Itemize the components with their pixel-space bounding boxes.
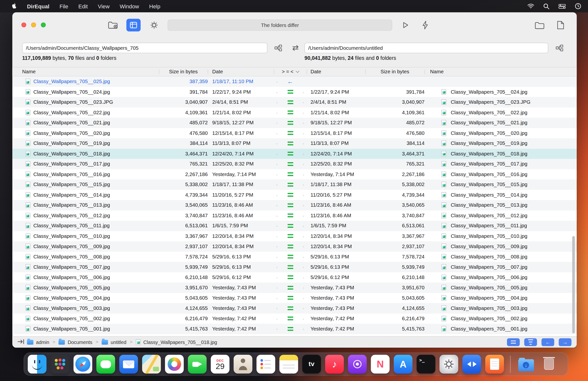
dock-podcasts-icon[interactable] <box>348 355 367 373</box>
auto-compare-bolt-button[interactable] <box>422 20 429 30</box>
header-comparison[interactable]: > = < <box>274 69 307 75</box>
dock-finder-icon[interactable] <box>28 355 46 373</box>
dock-news-icon[interactable]: N <box>371 355 389 373</box>
menu-help[interactable]: Help <box>149 3 161 9</box>
breadcrumb-documents[interactable]: Documents <box>68 339 92 345</box>
dock-appletv-icon[interactable]: tv <box>302 355 321 373</box>
open-folder-button[interactable] <box>535 21 545 30</box>
dock-appstore-icon[interactable]: A <box>394 355 412 373</box>
filter-button[interactable] <box>524 338 537 346</box>
table-row[interactable]: Classy_Wallpapers_705__019.jpg 384,114 1… <box>12 138 577 149</box>
left-file-name: Classy_Wallpapers_705__003.jpg <box>33 305 159 311</box>
dock-terminal-icon[interactable]: >_ <box>417 355 435 373</box>
breadcrumb-selected-file[interactable]: Classy_Wallpapers_705__018.jpg <box>143 339 217 345</box>
table-row[interactable]: Classy_Wallpapers_705__016.jpg 2,267,186… <box>12 169 577 179</box>
file-icon <box>441 99 446 105</box>
menu-window[interactable]: Window <box>120 3 139 9</box>
table-row[interactable]: Classy_Wallpapers_705__018.jpg 3,464,371… <box>12 149 577 159</box>
app-menu-title[interactable]: DirEqual <box>27 3 49 9</box>
vertical-scrollbar[interactable] <box>572 236 575 333</box>
left-browse-tree-button[interactable] <box>273 43 284 53</box>
table-row[interactable]: Classy_Wallpapers_705__020.jpg 476,580 1… <box>12 128 577 138</box>
minimize-button[interactable] <box>31 22 36 27</box>
menu-file[interactable]: File <box>59 3 68 9</box>
dock-facetime-icon[interactable] <box>188 355 207 373</box>
apple-menu-icon[interactable] <box>11 3 17 10</box>
compare-folders-button[interactable] <box>108 21 118 29</box>
dock-launchpad-icon[interactable] <box>51 355 69 373</box>
dock-direqual-icon[interactable] <box>462 355 481 373</box>
dock-downloads-icon[interactable]: ↓ <box>517 355 535 373</box>
forward-button[interactable]: → <box>559 338 571 346</box>
table-row[interactable]: Classy_Wallpapers_705__024.jpg 391,784 1… <box>12 87 577 97</box>
left-path-input[interactable] <box>22 43 267 53</box>
right-path-input[interactable] <box>305 43 548 53</box>
header-left-name[interactable]: Name <box>22 69 159 75</box>
table-row[interactable]: Classy_Wallpapers_705__004.jpg 5,043,605… <box>12 293 577 303</box>
dock-music-icon[interactable]: ♪ <box>325 355 344 373</box>
dock-mail-icon[interactable] <box>119 355 138 373</box>
left-file-date: Yesterday, 7:43 PM <box>208 285 274 290</box>
close-button[interactable] <box>21 22 26 27</box>
table-row[interactable]: Classy_Wallpapers_705__012.jpg 3,740,847… <box>12 210 577 221</box>
table-row[interactable]: Classy_Wallpapers_705__013.jpg 3,540,065… <box>12 200 577 210</box>
right-file-size: 3,951,670 <box>365 285 424 290</box>
dock-notes-icon[interactable] <box>279 355 298 373</box>
header-left-date[interactable]: Date <box>208 69 274 75</box>
dock-trash-icon[interactable] <box>539 355 558 373</box>
search-icon[interactable] <box>543 3 549 9</box>
dock-safari-icon[interactable] <box>73 355 92 373</box>
left-file-date: 1/18/17, 11:38 PM <box>208 182 274 187</box>
table-row[interactable]: Classy_Wallpapers_705__008.jpg 7,578,724… <box>12 251 577 262</box>
table-row[interactable]: Classy_Wallpapers_705__023.JPG 3,040,907… <box>12 97 577 107</box>
dock-calendar-icon[interactable]: DEC29 <box>211 355 230 373</box>
breadcrumb-untitled[interactable]: untitled <box>111 339 126 345</box>
header-left-size[interactable]: Size in bytes <box>159 69 208 75</box>
table-row[interactable]: Classy_Wallpapers_705__002.jpg 6,216,479… <box>12 313 577 324</box>
list-view-button[interactable] <box>507 338 520 346</box>
compare-button[interactable] <box>126 19 141 31</box>
swap-sides-button[interactable] <box>290 43 301 53</box>
dock-photos-icon[interactable] <box>165 355 184 373</box>
run-compare-button[interactable] <box>401 21 410 29</box>
header-right-name[interactable]: Name <box>424 69 571 75</box>
menu-edit[interactable]: Edit <box>78 3 88 9</box>
table-row[interactable]: Classy_Wallpapers_705__021.jpg 485,072 9… <box>12 118 577 128</box>
dock-maps-icon[interactable] <box>142 355 161 373</box>
reveal-path-icon[interactable] <box>18 339 24 345</box>
breadcrumb-admin[interactable]: admin <box>36 339 49 345</box>
left-file-date: 5/29/16, 6:12 PM <box>208 275 274 280</box>
dock-system-preferences-icon[interactable] <box>440 355 458 373</box>
table-row[interactable]: Classy_Wallpapers_705__022.jpg 4,109,361… <box>12 107 577 118</box>
header-right-size[interactable]: Size in bytes <box>365 69 424 75</box>
right-dot-icon: · <box>303 295 305 301</box>
table-row[interactable]: Classy_Wallpapers_705__001.jpg 5,415,763… <box>12 324 577 334</box>
dock-reminders-icon[interactable] <box>256 355 275 373</box>
table-row[interactable]: Classy_Wallpapers_705__025.jpg 387,359 1… <box>12 76 577 87</box>
back-button[interactable]: ← <box>541 338 554 346</box>
table-row[interactable]: Classy_Wallpapers_705__009.jpg 2,937,107… <box>12 241 577 251</box>
chevron-down-icon[interactable] <box>295 69 299 73</box>
table-row[interactable]: Classy_Wallpapers_705__003.jpg 4,124,655… <box>12 303 577 313</box>
dock-messages-icon[interactable] <box>96 355 115 373</box>
dock-contacts-icon[interactable] <box>234 355 252 373</box>
menu-view[interactable]: View <box>98 3 110 9</box>
control-center-icon[interactable] <box>558 4 566 9</box>
right-dot-icon: · <box>303 182 305 187</box>
dock-books-icon[interactable] <box>485 355 504 373</box>
header-right-date[interactable]: Date <box>307 69 365 75</box>
zoom-button[interactable] <box>41 22 46 27</box>
table-row[interactable]: Classy_Wallpapers_705__017.jpg 765,321 1… <box>12 159 577 169</box>
clock-icon[interactable] <box>575 3 581 9</box>
table-row[interactable]: Classy_Wallpapers_705__015.jpg 5,338,002… <box>12 179 577 190</box>
table-row[interactable]: Classy_Wallpapers_705__011.jpg 6,513,061… <box>12 221 577 231</box>
wifi-icon[interactable] <box>527 3 534 9</box>
settings-gear-icon[interactable] <box>150 21 158 29</box>
table-row[interactable]: Classy_Wallpapers_705__007.jpg 5,939,749… <box>12 262 577 272</box>
open-file-button[interactable] <box>557 20 565 30</box>
right-browse-tree-button[interactable] <box>554 43 565 53</box>
table-row[interactable]: Classy_Wallpapers_705__006.jpg 6,210,148… <box>12 272 577 283</box>
table-row[interactable]: Classy_Wallpapers_705__014.jpg 4,739,344… <box>12 190 577 200</box>
table-row[interactable]: Classy_Wallpapers_705__010.jpg 3,367,967… <box>12 231 577 241</box>
table-row[interactable]: Classy_Wallpapers_705__005.jpg 3,951,670… <box>12 283 577 293</box>
